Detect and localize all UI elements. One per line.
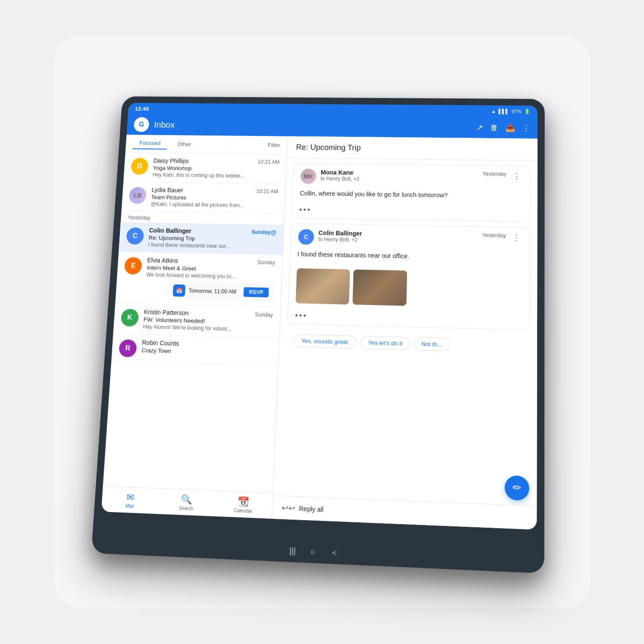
message-header-mona: MK Mona Kane to Henry Brill, +2 Yesterda… xyxy=(293,164,530,192)
gmail-logo-letter: G xyxy=(139,121,144,128)
rsvp-time: Tomorrow, 11:00 AM xyxy=(188,288,236,295)
screen: 12:45 ▲ ▌▌▌ 97% 🔋 G Inbox ↗ xyxy=(101,103,538,530)
unread-badge-colin: @ xyxy=(271,229,277,236)
email-content-robin: Robin Counts Crazy Town xyxy=(141,339,272,358)
header-actions: ↗ 🗑 📥 ⋮ xyxy=(476,123,530,133)
rsvp-info: 📅 Tomorrow, 11:00 AM xyxy=(173,284,237,298)
time-colin: Sunday xyxy=(251,229,271,235)
system-nav: ||| ○ ＜ xyxy=(289,545,339,558)
avatar-robin: R xyxy=(119,339,137,357)
signal-icon: ▌▌▌ xyxy=(499,109,509,114)
subject-daisy: Yoga Workshop xyxy=(153,165,280,173)
rsvp-button[interactable]: RSVP xyxy=(244,287,269,297)
msg-avatar-mona: MK xyxy=(300,169,316,184)
more-icon[interactable]: ⋮ xyxy=(522,123,530,133)
restaurant-image-1 xyxy=(296,268,350,305)
email-list: D Daisy Phillips 10:21 AM Yoga Workshop … xyxy=(103,153,287,493)
reply-arrow-icon[interactable]: ↩↩ xyxy=(281,503,296,513)
email-list-panel: Focused Other Filter xyxy=(101,135,288,519)
time-elvia: Sunday xyxy=(257,259,275,266)
compose-fab-icon: ✏ xyxy=(513,482,521,494)
avatar-elvia: E xyxy=(124,257,142,275)
battery-icon: 🔋 xyxy=(524,109,530,114)
rsvp-card: 📅 Tomorrow, 11:00 AM RSVP xyxy=(167,281,274,302)
sender-elvia: Elvia Atkins xyxy=(147,257,178,264)
tab-focused[interactable]: Focused xyxy=(132,138,168,150)
sender-colin: Colin Ballinger xyxy=(149,227,192,234)
filter-button[interactable]: Filter xyxy=(267,142,280,148)
preview-daisy: Hey Katri, this is coming up this weeke.… xyxy=(153,172,279,179)
reply-all-label[interactable]: Reply all xyxy=(299,504,324,513)
msg-sender-info-colin: Colin Ballinger to Henry Brill, +2 xyxy=(318,229,477,245)
email-content-daisy: Daisy Phillips 10:21 AM Yoga Workshop He… xyxy=(153,157,280,179)
quick-reply-1[interactable]: Yes, sounds great. xyxy=(293,334,357,349)
recent-apps-btn[interactable]: ||| xyxy=(289,546,296,556)
subject-lydia: Team Pictures xyxy=(151,194,278,202)
message-images-colin xyxy=(288,265,530,315)
message-ellipsis-mona[interactable]: ••• xyxy=(292,203,530,221)
back-btn[interactable]: ＜ xyxy=(330,547,339,558)
content-area: Focused Other Filter xyxy=(101,135,538,530)
sender-robin: Robin Counts xyxy=(142,339,179,347)
msg-avatar-colin: C xyxy=(298,229,314,245)
calendar-nav-icon: 📆 xyxy=(237,496,249,508)
restaurant-image-2 xyxy=(352,270,407,306)
sender-kristin: Kristin Patterson xyxy=(144,309,189,317)
msg-more-colin[interactable]: ⋮ xyxy=(510,233,522,242)
msg-sender-info-mona: Mona Kane to Henry Brill, +2 xyxy=(320,169,478,184)
message-header-colin: C Colin Ballinger to Henry Brill, +2 Yes… xyxy=(291,224,530,254)
quick-reply-3[interactable]: Not th... xyxy=(414,337,450,351)
mail-nav-label: Mail xyxy=(125,504,134,509)
email-content-colin: Colin Ballinger Sunday Re: Upcoming Trip… xyxy=(148,227,271,250)
battery-text: 97% xyxy=(512,109,521,114)
home-btn[interactable]: ○ xyxy=(310,547,316,557)
email-item-kristin[interactable]: K Kristin Patterson Sunday FW: Volunteer… xyxy=(113,303,280,338)
status-icons: ▲ ▌▌▌ 97% 🔋 xyxy=(491,109,530,114)
tab-other[interactable]: Other xyxy=(170,139,198,149)
sender-lydia: Lydia Bauer xyxy=(152,186,184,194)
time-lydia: 10:21 AM xyxy=(256,188,279,195)
time-daisy: 10:21 AM xyxy=(258,159,280,165)
tabs-bar: Focused Other Filter xyxy=(125,135,288,155)
message-card-colin: C Colin Ballinger to Henry Brill, +2 Yes… xyxy=(287,223,530,330)
msg-more-mona[interactable]: ⋮ xyxy=(511,171,522,181)
detail-subject: Re: Upcoming Trip xyxy=(296,143,529,154)
email-item-colin[interactable]: C Colin Ballinger Sunday Re: Upcoming Tr… xyxy=(119,222,284,255)
email-item-daisy[interactable]: D Daisy Phillips 10:21 AM Yoga Workshop … xyxy=(123,153,287,184)
sender-daisy: Daisy Phillips xyxy=(153,157,189,165)
email-item-robin[interactable]: R Robin Counts Crazy Town xyxy=(111,334,279,366)
phone-body: 12:45 ▲ ▌▌▌ 97% 🔋 G Inbox ↗ xyxy=(91,96,545,573)
nav-item-calendar[interactable]: 📆 Calendar xyxy=(214,493,272,517)
avatar-lydia: LB xyxy=(129,187,147,204)
search-nav-icon: 🔍 xyxy=(181,494,192,505)
avatar-kristin: K xyxy=(121,309,139,326)
mail-nav-icon: ✉ xyxy=(126,491,134,503)
email-item-lydia[interactable]: LB Lydia Bauer 10:21 AM Team Pictures @K… xyxy=(121,182,285,214)
status-time: 12:45 xyxy=(135,106,149,112)
rsvp-calendar-icon: 📅 xyxy=(173,284,186,297)
time-kristin: Sunday xyxy=(255,312,273,318)
quick-reply-2[interactable]: Yes let's do it xyxy=(360,336,411,350)
msg-time-mona: Yesterday xyxy=(483,171,506,177)
avatar-colin: C xyxy=(126,227,144,245)
preview-colin: I found these restaurants near our... xyxy=(148,242,270,250)
email-content-elvia: Elvia Atkins Sunday Intern Meet & Greet … xyxy=(145,257,275,302)
archive-icon[interactable]: 📥 xyxy=(505,123,515,132)
nav-item-search[interactable]: 🔍 Search xyxy=(157,491,215,514)
preview-lydia: @Katri, I uploaded all the pictures from… xyxy=(151,201,278,209)
detail-header: Re: Upcoming Trip xyxy=(287,136,538,161)
nav-item-mail[interactable]: ✉ Mail xyxy=(102,489,159,512)
page-background: 12:45 ▲ ▌▌▌ 97% 🔋 G Inbox ↗ xyxy=(54,36,590,608)
gmail-logo: G xyxy=(133,117,149,132)
email-content-kristin: Kristin Patterson Sunday FW: Volunteers … xyxy=(143,309,273,333)
email-detail-panel: Re: Upcoming Trip MK Mona Ka xyxy=(272,136,538,530)
phone-wrapper: 12:45 ▲ ▌▌▌ 97% 🔋 G Inbox ↗ xyxy=(91,96,545,573)
quick-replies: Yes, sounds great. Yes let's do it Not t… xyxy=(286,330,530,358)
email-item-elvia[interactable]: E Elvia Atkins Sunday Intern Meet & Gree… xyxy=(115,252,283,307)
message-card-mona: MK Mona Kane to Henry Brill, +2 Yesterda… xyxy=(292,163,530,222)
wifi-icon: ▲ xyxy=(491,109,496,114)
email-content-lydia: Lydia Bauer 10:21 AM Team Pictures @Katr… xyxy=(151,186,279,209)
compose-icon[interactable]: ↗ xyxy=(476,123,483,132)
search-nav-label: Search xyxy=(179,505,193,511)
delete-icon[interactable]: 🗑 xyxy=(490,123,498,132)
